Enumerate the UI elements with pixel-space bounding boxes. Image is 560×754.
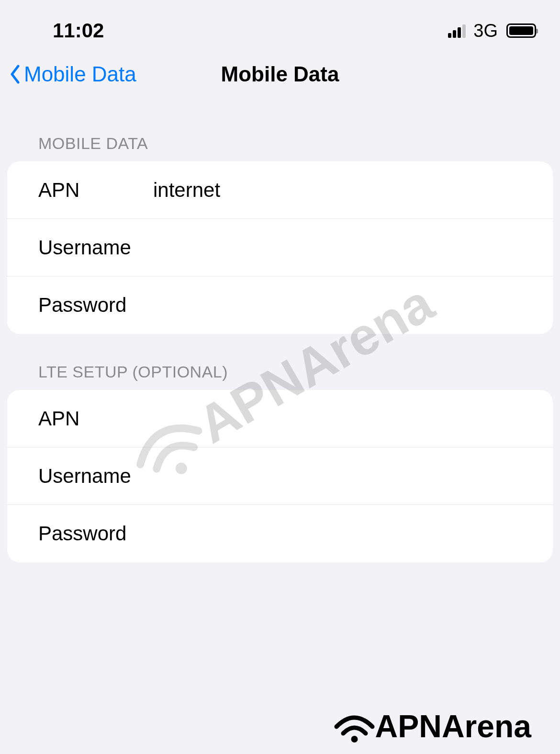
network-type-label: 3G	[473, 21, 498, 41]
row-lte-password[interactable]: Password	[7, 505, 553, 562]
chevron-left-icon	[10, 65, 20, 84]
row-label-password: Password	[38, 294, 153, 317]
footer-logo-text: APNArena	[375, 708, 531, 744]
status-indicators: 3G	[448, 21, 536, 41]
row-mobile-data-password[interactable]: Password	[7, 276, 553, 334]
signal-icon	[448, 23, 466, 38]
input-lte-apn[interactable]	[153, 407, 522, 430]
back-button-label: Mobile Data	[24, 62, 136, 86]
svg-point-1	[351, 736, 358, 743]
row-label-username: Username	[38, 236, 153, 259]
input-mobile-data-apn[interactable]	[153, 179, 522, 202]
row-label-apn: APN	[38, 407, 153, 430]
battery-icon	[506, 23, 536, 38]
wifi-icon	[332, 708, 377, 744]
section-card-lte-setup: APN Username Password	[7, 390, 553, 562]
row-label-apn: APN	[38, 179, 153, 202]
page-title: Mobile Data	[221, 62, 339, 86]
status-time: 11:02	[53, 19, 104, 42]
input-mobile-data-username[interactable]	[153, 236, 522, 259]
row-lte-username[interactable]: Username	[7, 447, 553, 505]
section-header-mobile-data: MOBILE DATA	[7, 105, 553, 161]
row-label-username: Username	[38, 465, 153, 488]
row-mobile-data-apn[interactable]: APN	[7, 161, 553, 219]
back-button[interactable]: Mobile Data	[10, 62, 136, 86]
input-lte-password[interactable]	[153, 522, 522, 545]
section-card-mobile-data: APN Username Password	[7, 161, 553, 334]
input-lte-username[interactable]	[153, 465, 522, 488]
row-lte-apn[interactable]: APN	[7, 390, 553, 447]
input-mobile-data-password[interactable]	[153, 294, 522, 317]
row-mobile-data-username[interactable]: Username	[7, 219, 553, 276]
content: MOBILE DATA APN Username Password LTE SE…	[0, 105, 560, 562]
row-label-password: Password	[38, 522, 153, 545]
status-bar: 11:02 3G	[0, 0, 560, 53]
section-header-lte-setup: LTE SETUP (OPTIONAL)	[7, 334, 553, 390]
nav-bar: Mobile Data Mobile Data	[0, 53, 560, 105]
footer-logo: APNArena	[332, 708, 531, 744]
